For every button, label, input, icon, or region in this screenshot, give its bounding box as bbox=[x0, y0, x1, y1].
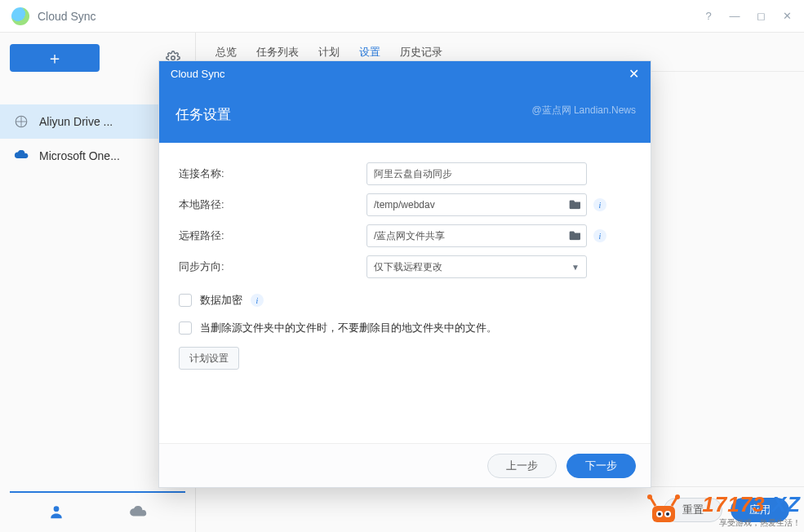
encrypt-label: 数据加密 bbox=[200, 293, 242, 308]
label-local-path: 本地路径: bbox=[179, 197, 366, 212]
svg-point-7 bbox=[666, 512, 669, 516]
mascot-icon bbox=[644, 494, 683, 527]
browse-remote-folder-icon[interactable] bbox=[569, 229, 582, 243]
sync-direction-value: 仅下载远程更改 bbox=[374, 260, 442, 274]
browse-local-folder-icon[interactable] bbox=[569, 198, 582, 212]
svg-point-11 bbox=[675, 494, 680, 499]
svg-point-9 bbox=[647, 494, 652, 499]
modal-subtitle: 任务设置 bbox=[175, 105, 231, 124]
svg-line-10 bbox=[672, 498, 677, 506]
label-sync-direction: 同步方向: bbox=[179, 259, 366, 274]
info-encrypt-icon[interactable]: i bbox=[251, 294, 264, 307]
chevron-down-icon: ▼ bbox=[571, 263, 580, 272]
info-remote-path-icon[interactable]: i bbox=[593, 229, 606, 242]
info-local-path-icon[interactable]: i bbox=[593, 198, 606, 211]
window-titlebar: Cloud Sync ? — ◻ ✕ bbox=[0, 0, 804, 33]
remote-path-input[interactable] bbox=[366, 224, 587, 247]
app-icon bbox=[11, 7, 29, 25]
minimize-icon[interactable]: — bbox=[729, 10, 740, 22]
prev-step-button[interactable]: 上一步 bbox=[487, 454, 557, 478]
svg-point-6 bbox=[658, 512, 661, 516]
label-connection-name: 连接名称: bbox=[179, 166, 366, 181]
sync-direction-select[interactable]: 仅下载远程更改 ▼ bbox=[366, 255, 587, 278]
close-window-icon[interactable]: ✕ bbox=[781, 10, 793, 22]
window-title: Cloud Sync bbox=[38, 10, 703, 23]
task-settings-modal: Cloud Sync ✕ 任务设置 @蓝点网 Landian.News 连接名称… bbox=[158, 60, 651, 488]
local-path-input[interactable] bbox=[366, 193, 587, 216]
label-remote-path: 远程路径: bbox=[179, 228, 366, 243]
help-icon[interactable]: ? bbox=[703, 10, 714, 22]
schedule-settings-button[interactable]: 计划设置 bbox=[179, 347, 239, 370]
watermark-text: @蓝点网 Landian.News bbox=[531, 104, 636, 117]
svg-line-8 bbox=[651, 498, 655, 506]
modal-close-icon[interactable]: ✕ bbox=[629, 66, 639, 82]
modal-app-title: Cloud Sync bbox=[171, 68, 224, 80]
connection-name-input[interactable] bbox=[366, 162, 587, 185]
dont-delete-label: 当删除源文件夹中的文件时，不要删除目的地文件夹中的文件。 bbox=[200, 321, 497, 335]
next-step-button[interactable]: 下一步 bbox=[566, 454, 636, 478]
dont-delete-checkbox[interactable] bbox=[179, 321, 192, 335]
svg-rect-3 bbox=[652, 506, 675, 522]
maximize-icon[interactable]: ◻ bbox=[755, 10, 766, 22]
encrypt-checkbox[interactable] bbox=[179, 294, 192, 307]
